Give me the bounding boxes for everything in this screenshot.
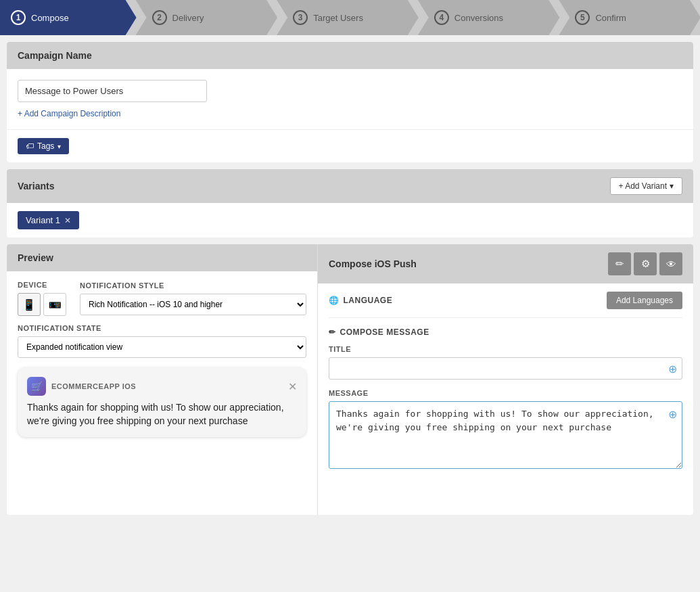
variant-tabs-row: Variant 1 ✕ <box>7 203 693 237</box>
notification-style-label: NOTIFICATION STYLE <box>80 281 306 290</box>
compose-panel: Compose iOS Push ✏ ⚙ 👁 🌐 LANGUAGE <box>318 244 693 515</box>
step-num-4: 4 <box>434 10 449 25</box>
compose-panel-title: Compose iOS Push <box>329 258 417 269</box>
eye-icon: 👁 <box>666 258 676 270</box>
compose-panel-header: Compose iOS Push ✏ ⚙ 👁 <box>318 244 693 283</box>
step-label-compose: Compose <box>31 13 69 23</box>
message-field-label: MESSAGE <box>329 389 682 397</box>
wizard-bar: 1 Compose 2 Delivery 3 Target Users 4 Co… <box>0 0 700 35</box>
add-variant-button[interactable]: + Add Variant ▾ <box>610 177 683 195</box>
chevron-down-icon: ▾ <box>57 143 61 150</box>
compose-body: 🌐 LANGUAGE Add Languages ✏ COMPOSE MESSA… <box>318 283 693 491</box>
compose-message-label: COMPOSE MESSAGE <box>340 327 429 337</box>
preview-panel: Preview DEVICE 📱 📱 NOTIFICATION STYLE Ri <box>7 244 318 515</box>
compose-panel-toolbar: ✏ ⚙ 👁 <box>608 252 682 275</box>
message-emoji-button[interactable]: ⊕ <box>668 408 677 421</box>
step-num-5: 5 <box>575 10 590 25</box>
wizard-step-confirm[interactable]: 5 Confirm <box>559 0 700 35</box>
notification-style-select[interactable]: Rich Notification -- iOS 10 and higher <box>80 294 306 315</box>
plus-circle-icon: ⊕ <box>668 363 677 374</box>
notification-app-icon: 🛒 <box>27 377 46 396</box>
notification-style-group: NOTIFICATION STYLE Rich Notification -- … <box>80 281 306 315</box>
tag-icon: 🏷 <box>26 141 34 151</box>
title-input[interactable] <box>329 357 682 380</box>
campaign-name-input[interactable] <box>18 80 207 102</box>
wizard-step-target-users[interactable]: 3 Target Users <box>277 0 419 35</box>
notification-state-label: NOTIFICATION STATE <box>18 324 306 332</box>
step-num-2: 2 <box>152 10 167 25</box>
step-label-conversions: Conversions <box>454 13 503 23</box>
settings-button[interactable]: ⚙ <box>634 252 657 275</box>
step-label-target-users: Target Users <box>313 13 363 23</box>
notification-card-wrapper: 🛒 ECOMMERCEAPP IOS ✕ Thanks again for sh… <box>7 358 317 447</box>
tags-label: Tags <box>37 141 54 151</box>
step-num-3: 3 <box>293 10 308 25</box>
language-row: 🌐 LANGUAGE Add Languages <box>329 283 682 318</box>
add-languages-label: Add Languages <box>616 296 673 305</box>
chevron-down-icon: ▾ <box>670 181 674 191</box>
tags-button[interactable]: 🏷 Tags ▾ <box>18 138 69 154</box>
edit-icon: ✏ <box>615 258 624 270</box>
variant-1-tab[interactable]: Variant 1 ✕ <box>18 211 79 229</box>
compose-message-section: ✏ COMPOSE MESSAGE TITLE ⊕ MESSAGE Thanks… <box>329 318 682 471</box>
preview-panel-title: Preview <box>18 252 53 263</box>
campaign-name-section: Campaign Name + Add Campaign Description… <box>7 42 693 162</box>
notification-app-name: ECOMMERCEAPP IOS <box>51 382 136 390</box>
preview-eye-button[interactable]: 👁 <box>659 252 682 275</box>
notification-state-select[interactable]: Expanded notification view Collapsed not… <box>18 336 306 358</box>
variants-section: Variants + Add Variant ▾ Variant 1 ✕ <box>7 169 693 237</box>
step-num-1: 1 <box>11 10 26 25</box>
compose-edit-icon: ✏ <box>329 327 336 337</box>
wizard-step-delivery[interactable]: 2 Delivery <box>136 0 278 35</box>
globe-icon: 🌐 <box>329 296 340 305</box>
device-icons: 📱 📱 <box>18 293 66 316</box>
notification-card: 🛒 ECOMMERCEAPP IOS ✕ Thanks again for sh… <box>18 367 306 437</box>
device-notif-style-row: DEVICE 📱 📱 NOTIFICATION STYLE Rich Notif… <box>7 271 317 316</box>
campaign-name-body: + Add Campaign Description <box>7 69 693 129</box>
add-variant-label: + Add Variant <box>619 181 668 191</box>
edit-button[interactable]: ✏ <box>608 252 631 275</box>
wizard-step-compose[interactable]: 1 Compose <box>0 0 137 35</box>
variants-title: Variants <box>18 181 54 191</box>
notification-message-text: Thanks again for shopping with us! To sh… <box>27 401 297 428</box>
notification-app-info: 🛒 ECOMMERCEAPP IOS <box>27 377 136 396</box>
wizard-step-conversions[interactable]: 4 Conversions <box>418 0 560 35</box>
variant-1-close-icon[interactable]: ✕ <box>64 216 71 225</box>
title-input-wrap: ⊕ <box>329 357 682 380</box>
plus-circle-icon: ⊕ <box>668 409 677 420</box>
message-input-wrap: Thanks again for shopping with us! To sh… <box>329 401 682 471</box>
notification-card-header: 🛒 ECOMMERCEAPP IOS ✕ <box>27 377 297 396</box>
tags-section: 🏷 Tags ▾ <box>7 129 693 162</box>
notification-state-row: NOTIFICATION STATE Expanded notification… <box>7 316 317 358</box>
preview-compose-panel: Preview DEVICE 📱 📱 NOTIFICATION STYLE Ri <box>7 244 693 515</box>
add-description-link[interactable]: + Add Campaign Description <box>18 109 120 118</box>
campaign-name-title: Campaign Name <box>18 50 92 61</box>
title-field-label: TITLE <box>329 345 682 353</box>
campaign-name-header: Campaign Name <box>7 42 693 69</box>
device-phone-portrait-button[interactable]: 📱 <box>18 293 41 316</box>
preview-panel-header: Preview <box>7 244 317 271</box>
step-label-delivery: Delivery <box>172 13 204 23</box>
device-phone-landscape-button[interactable]: 📱 <box>43 293 66 316</box>
notification-close-icon[interactable]: ✕ <box>288 380 297 393</box>
message-textarea[interactable]: Thanks again for shopping with us! To sh… <box>329 401 682 469</box>
device-group: DEVICE 📱 📱 <box>18 281 66 316</box>
add-languages-button[interactable]: Add Languages <box>607 292 682 309</box>
title-emoji-button[interactable]: ⊕ <box>668 362 677 375</box>
device-label: DEVICE <box>18 281 66 289</box>
variant-1-label: Variant 1 <box>26 215 60 225</box>
phone-landscape-icon: 📱 <box>49 298 62 311</box>
phone-portrait-icon: 📱 <box>22 298 36 311</box>
step-label-confirm: Confirm <box>595 13 626 23</box>
language-label-text: LANGUAGE <box>344 296 393 305</box>
variants-header: Variants + Add Variant ▾ <box>7 169 693 203</box>
language-label-group: 🌐 LANGUAGE <box>329 296 392 305</box>
gear-icon: ⚙ <box>641 258 650 270</box>
compose-message-header: ✏ COMPOSE MESSAGE <box>329 327 682 337</box>
